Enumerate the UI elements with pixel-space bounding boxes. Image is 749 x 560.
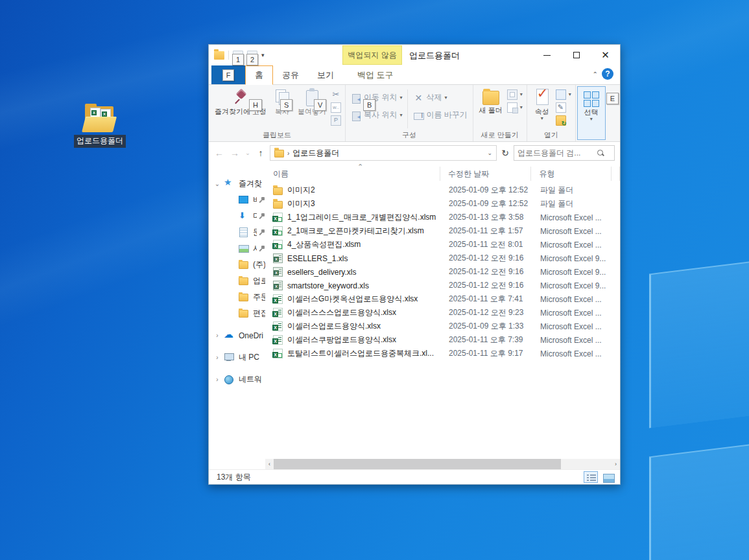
nav-item[interactable]: 편집 (209, 305, 265, 321)
file-date: 2025-01-12 오전 9:16 (441, 280, 532, 291)
column-headers: ⌃ 이름 수정한 날짜 유형 크기 (265, 164, 620, 183)
file-row[interactable]: 이셀러스G마켓옥션업로드용양식.xlsx 2025-01-11 오후 7:41 … (265, 292, 620, 306)
file-type-icon (273, 349, 283, 358)
thumbnails-view-button[interactable] (600, 471, 615, 483)
file-row[interactable]: ESELLERS_1.xls 2025-01-12 오전 9:16 Micros… (265, 251, 620, 265)
navigation-pane: ⌄ 즐겨찾 바 다 문 (209, 164, 265, 459)
tree-chevron-icon[interactable]: › (213, 332, 222, 339)
file-row[interactable]: 이셀러스업로드용양식.xlsx 2025-01-09 오후 1:33 Micro… (265, 320, 620, 333)
file-name: esellers_delivery.xls (287, 268, 356, 277)
nav-item[interactable]: 업로드 (209, 273, 265, 289)
qat-customize-dropdown[interactable]: ▾ (261, 52, 265, 58)
tab-backup-tools[interactable]: 백업 도구 (348, 65, 403, 84)
tab-home[interactable]: 홈 (245, 65, 273, 85)
tree-chevron-icon[interactable]: ⌄ (213, 180, 222, 187)
desktop-icon-upload-folder[interactable]: X X 업로드용폴더 (62, 104, 138, 148)
ribbon-group-clipboard: 즐겨찾기에 고정 복사 붙여넣기 ✂ W... (209, 85, 346, 141)
easy-access-button[interactable]: ▾ (507, 89, 523, 100)
column-header-name[interactable]: 이름 (265, 167, 440, 181)
address-box[interactable]: › 업로드용폴더 ⌄ (270, 145, 497, 161)
column-header-type[interactable]: 유형 (531, 167, 612, 181)
scrollbar-thumb[interactable] (274, 459, 561, 469)
paste-shortcut-icon[interactable] (331, 115, 341, 126)
desktop: X X 업로드용폴더 ▾ 1 2 백업되지 않음 업로드용폴더 ✕ (0, 0, 749, 560)
move-to-button[interactable]: 이동 위치▾ (351, 92, 402, 103)
file-row[interactable]: 이셀러스스스업로드용양식.xlsx 2025-01-12 오전 9:23 Mic… (265, 306, 620, 320)
file-row[interactable]: 이미지2 2025-01-09 오후 12:52 파일 폴더 (265, 183, 620, 197)
file-row[interactable]: 이셀러스쿠팡업로드용양식.xlsx 2025-01-11 오후 7:39 Mic… (265, 333, 620, 347)
delete-x-icon: ✕ (413, 93, 423, 103)
select-button[interactable]: 선택 ▾ (580, 89, 602, 123)
windows-logo-pane (649, 261, 749, 428)
file-row[interactable]: esellers_delivery.xls 2025-01-12 오전 9:16… (265, 265, 620, 279)
nav-item[interactable]: 바 (209, 192, 265, 208)
copy-to-button[interactable]: 복사 위치▾ (351, 110, 402, 121)
move-to-icon (351, 93, 361, 103)
file-row[interactable]: 토탈리스트이셀러스업로드용중복체크.xl... 2025-01-11 오후 9:… (265, 347, 620, 360)
file-type: Microsoft Excel 9... (532, 281, 613, 290)
minimize-button[interactable] (532, 45, 562, 65)
collapse-ribbon-icon[interactable]: ⌃ (593, 71, 598, 78)
tree-chevron-icon[interactable]: › (213, 376, 222, 383)
contextual-tab-badge: 백업되지 않음 (342, 45, 402, 65)
scroll-right-icon[interactable]: › (612, 461, 620, 467)
nav-item[interactable]: (주)글 (209, 257, 265, 273)
close-button[interactable]: ✕ (591, 45, 620, 65)
nav-item[interactable]: › 네트워 (209, 371, 265, 388)
nav-item[interactable]: › 내 PC (209, 349, 265, 366)
title-bar[interactable]: ▾ 1 2 백업되지 않음 업로드용폴더 ✕ (209, 45, 620, 65)
new-folder-button[interactable]: 새 폴더 (476, 87, 506, 116)
nav-item[interactable]: › OneDri (209, 327, 265, 344)
nav-item[interactable]: 사 (209, 240, 265, 257)
recent-locations-icon[interactable]: ⌄ (244, 150, 252, 156)
rename-button[interactable]: 이름 바꾸기 (413, 110, 467, 121)
file-type: Microsoft Excel ... (532, 227, 613, 236)
tab-view[interactable]: 보기 (308, 65, 343, 84)
properties-button[interactable]: 속성 ▾ (530, 87, 554, 122)
cut-icon[interactable]: ✂ (331, 89, 341, 100)
refresh-icon[interactable]: ↻ (499, 148, 511, 158)
file-type-icon (273, 294, 283, 304)
file-row[interactable]: 1_1업그레이드_매크로_개별편집양식.xlsm 2025-01-13 오후 3… (265, 211, 620, 224)
nav-item-icon (224, 353, 235, 362)
back-icon[interactable]: ← (213, 148, 226, 158)
up-icon[interactable]: ↑ (254, 148, 267, 158)
address-bar: ← → ⌄ ↑ › 업로드용폴더 ⌄ ↻ (209, 142, 620, 164)
column-header-date[interactable]: 수정한 날짜 (440, 167, 531, 181)
nav-item-icon (238, 211, 249, 221)
open-button[interactable]: ▾ (556, 89, 571, 100)
address-dropdown-icon[interactable]: ⌄ (487, 150, 493, 156)
horizontal-scrollbar: ‹ › (209, 459, 620, 469)
file-row[interactable]: 4_상품속성편집.xlsm 2025-01-11 오전 8:01 Microso… (265, 238, 620, 251)
copy-path-icon[interactable]: W... (331, 102, 341, 113)
tree-chevron-icon[interactable]: › (213, 354, 222, 361)
details-view-button[interactable] (584, 471, 598, 483)
forward-icon[interactable]: → (228, 148, 241, 158)
file-row[interactable]: smartstore_keyword.xls 2025-01-12 오전 9:1… (265, 279, 620, 292)
search-icon[interactable] (597, 149, 604, 157)
new-item-button[interactable]: ▾ (507, 102, 523, 113)
edit-icon[interactable] (556, 102, 566, 113)
file-row[interactable]: 2_1매크로_오픈마켓카테고리찾기.xlsm 2025-01-11 오후 1:5… (265, 224, 620, 238)
breadcrumb[interactable]: 업로드용폴더 (292, 148, 339, 159)
nav-item[interactable]: 주문 (209, 289, 265, 305)
nav-item-label: 주문 (253, 292, 265, 303)
column-header-size[interactable]: 크기 (612, 167, 620, 181)
nav-item[interactable]: ⌄ 즐겨찾 (209, 176, 265, 192)
nav-item[interactable]: 다 (209, 208, 265, 224)
history-icon[interactable] (556, 115, 566, 126)
maximize-button[interactable] (562, 45, 591, 65)
nav-item[interactable]: 문 (209, 224, 265, 240)
delete-button[interactable]: ✕ 삭제▾ (413, 92, 467, 103)
scroll-left-icon[interactable]: ‹ (265, 461, 274, 467)
keytip-share: S (280, 99, 292, 111)
scrollbar-track[interactable]: ‹ › (265, 459, 620, 469)
tab-file[interactable]: F (211, 65, 245, 84)
search-input[interactable] (517, 148, 594, 158)
file-row[interactable]: 이미지3 2025-01-09 오후 12:52 파일 폴더 (265, 197, 620, 211)
file-date: 2025-01-11 오후 1:57 (441, 226, 532, 237)
file-name: 이셀러스업로드용양식.xlsx (287, 321, 381, 332)
tab-share[interactable]: 공유 (273, 65, 308, 84)
file-type-icon (273, 240, 283, 250)
help-icon[interactable]: ? (602, 68, 613, 80)
